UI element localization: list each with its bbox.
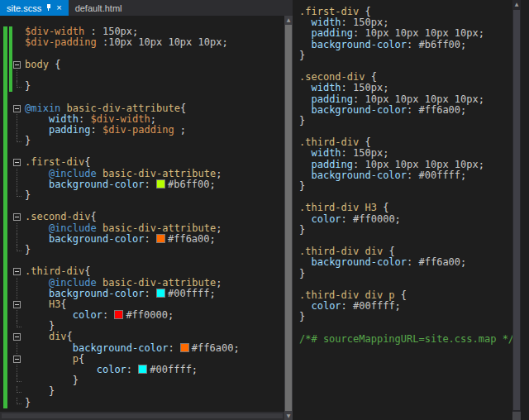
code-token: $div-width bbox=[25, 26, 84, 37]
code-token bbox=[299, 17, 311, 28]
code-token: #b6ff00 bbox=[419, 39, 461, 50]
fold-guide-line bbox=[17, 169, 17, 179]
scss-editor-pane[interactable]: $div-width : 150px;$div-padding :10px 10… bbox=[0, 16, 284, 420]
color-swatch bbox=[156, 289, 165, 298]
fold-guide-line bbox=[17, 310, 17, 321]
scroll-down-icon[interactable]: ▼ bbox=[284, 412, 293, 420]
fold-guide-line bbox=[17, 234, 17, 245]
code-token: ; bbox=[216, 222, 222, 234]
fold-margin bbox=[0, 343, 25, 354]
right-editor-vertical-scrollbar[interactable]: ▲ ▼ bbox=[512, 0, 521, 420]
code-token: basic-div-attribute bbox=[102, 168, 216, 179]
code-token: #ff6a00 bbox=[168, 233, 210, 245]
code-text: background-color: #ff6a00; bbox=[299, 105, 466, 116]
close-icon[interactable]: × bbox=[56, 3, 61, 12]
code-text: background-color: #ff6a00; bbox=[25, 234, 216, 245]
ide-window: site.scss × default.html $div-width : 15… bbox=[0, 0, 529, 420]
code-token: .third-div div bbox=[299, 246, 383, 257]
left-editor-horizontal-scrollbar[interactable] bbox=[0, 412, 284, 420]
code-token: ; bbox=[395, 213, 401, 225]
fold-margin[interactable] bbox=[0, 212, 25, 222]
scroll-up-icon[interactable]: ▲ bbox=[512, 0, 521, 8]
code-token: background-color bbox=[311, 104, 407, 116]
fold-collapse-icon[interactable] bbox=[13, 213, 21, 221]
code-token: { bbox=[79, 353, 84, 365]
code-token bbox=[25, 288, 49, 299]
code-token: p bbox=[73, 353, 79, 365]
code-token bbox=[299, 213, 311, 225]
code-token: 150px bbox=[353, 17, 383, 28]
code-text: color: #ff0000; bbox=[299, 214, 401, 225]
code-token: background-color bbox=[49, 233, 145, 245]
code-token: #ff6a00 bbox=[192, 342, 234, 354]
tab-default-html[interactable]: default.html bbox=[69, 0, 129, 16]
code-token: 10px 10px 10px 10px bbox=[365, 27, 478, 39]
code-line: } bbox=[299, 181, 521, 192]
code-line: background-color: #b6ff00; bbox=[299, 40, 521, 50]
fold-collapse-icon[interactable] bbox=[13, 61, 21, 69]
code-token: { bbox=[359, 136, 370, 148]
color-swatch bbox=[114, 310, 123, 319]
code-token: 150px bbox=[102, 26, 132, 37]
fold-guide-line bbox=[17, 190, 21, 197]
resize-gripper[interactable] bbox=[512, 412, 521, 420]
code-token: } bbox=[299, 115, 305, 126]
fold-collapse-icon[interactable] bbox=[13, 301, 21, 308]
code-line: color: #00ffff; bbox=[299, 301, 521, 312]
code-token: { bbox=[359, 6, 370, 17]
code-text: } bbox=[25, 136, 31, 146]
fold-collapse-icon[interactable] bbox=[13, 333, 21, 341]
fold-margin[interactable] bbox=[0, 103, 25, 114]
fold-margin[interactable] bbox=[0, 332, 25, 342]
vertical-scrollbar-thumb[interactable] bbox=[285, 25, 292, 411]
code-token: } bbox=[25, 189, 31, 201]
tab-bar: site.scss × default.html bbox=[0, 0, 293, 16]
fold-margin[interactable] bbox=[0, 354, 25, 365]
fold-margin[interactable] bbox=[0, 266, 25, 277]
fold-margin bbox=[0, 278, 25, 289]
css-preview-pane[interactable]: .first-div { width: 150px; padding: 10px… bbox=[293, 0, 521, 420]
fold-collapse-icon[interactable] bbox=[13, 356, 21, 363]
code-token: width bbox=[311, 82, 341, 93]
fold-margin[interactable] bbox=[0, 157, 25, 168]
fold-margin[interactable] bbox=[0, 299, 25, 310]
code-token bbox=[25, 124, 49, 136]
code-token: background-color bbox=[311, 39, 407, 50]
tab-site-scss[interactable]: site.scss × bbox=[0, 0, 69, 16]
fold-collapse-icon[interactable] bbox=[13, 105, 21, 112]
code-token bbox=[25, 364, 97, 375]
code-token: ; bbox=[216, 168, 222, 179]
scroll-up-icon[interactable]: ▲ bbox=[284, 16, 293, 24]
code-token: { bbox=[60, 298, 66, 310]
fold-margin bbox=[0, 37, 25, 48]
code-token: .third-div div p bbox=[299, 289, 395, 301]
pin-icon[interactable] bbox=[45, 4, 52, 12]
code-token: ; bbox=[132, 26, 138, 37]
horizontal-scrollbar-thumb[interactable] bbox=[2, 413, 283, 418]
code-token: @include bbox=[49, 168, 97, 179]
code-token: color bbox=[73, 309, 102, 321]
code-token: } bbox=[25, 135, 31, 146]
left-editor-vertical-scrollbar[interactable]: ▲ ▼ bbox=[284, 16, 293, 420]
vertical-scrollbar-thumb[interactable] bbox=[513, 10, 520, 410]
code-text: color: #00ffff; bbox=[299, 301, 401, 312]
code-token bbox=[97, 168, 102, 179]
code-token: .third-div bbox=[25, 265, 84, 277]
fold-guide-line bbox=[17, 70, 17, 81]
fold-margin[interactable] bbox=[0, 60, 25, 70]
code-token: .third-div bbox=[299, 136, 359, 148]
code-token: ; bbox=[395, 300, 401, 312]
fold-collapse-icon[interactable] bbox=[13, 268, 21, 275]
code-line: background-color: #ff6a00; bbox=[0, 234, 284, 245]
code-text: body { bbox=[25, 60, 60, 70]
fold-guide-line bbox=[17, 375, 21, 382]
fold-collapse-icon[interactable] bbox=[13, 159, 21, 166]
code-line: } bbox=[299, 116, 521, 126]
tab-label: default.html bbox=[75, 3, 122, 13]
code-token: ; bbox=[383, 17, 388, 28]
code-token: ; bbox=[210, 288, 216, 299]
code-token: @include bbox=[49, 222, 97, 234]
fold-margin bbox=[0, 169, 25, 179]
code-token: color bbox=[311, 300, 341, 312]
code-token bbox=[25, 331, 49, 342]
